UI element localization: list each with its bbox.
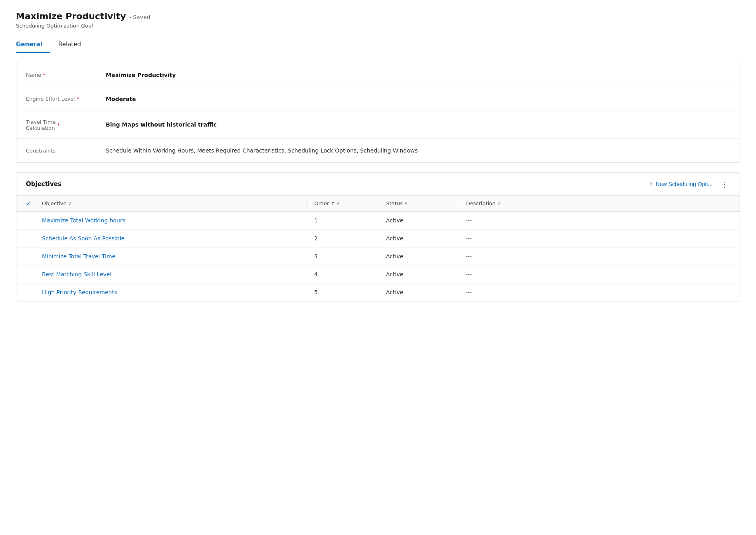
table-row: High Priority Requirements 5 Active ---: [16, 283, 740, 301]
required-star-travel: *: [57, 122, 60, 128]
label-engine-effort: Engine Effort Level *: [26, 96, 106, 102]
field-row-engine-effort: Engine Effort Level * Moderate: [16, 87, 740, 111]
objectives-header: Objectives + New Scheduling Opti... ⋮: [16, 173, 740, 196]
header-checkmark[interactable]: ✓: [26, 200, 31, 207]
header-title-area: Maximize Productivity - Saved: [16, 11, 740, 21]
row-status-4: Active: [378, 289, 458, 295]
label-name: Name *: [26, 72, 106, 78]
required-star-name: *: [43, 72, 46, 78]
form-card: Name * Maximize Productivity Engine Effo…: [16, 63, 740, 163]
row-order-3: 4: [306, 271, 378, 277]
row-order-1: 2: [306, 235, 378, 242]
col-header-order: Order ↑ ∨: [306, 200, 378, 206]
col-label-objective[interactable]: Objective ∨: [42, 200, 306, 206]
col-label-description[interactable]: Description ∨: [466, 200, 730, 206]
objectives-actions: + New Scheduling Opti... ⋮: [646, 178, 730, 190]
objectives-title: Objectives: [26, 180, 646, 188]
row-status-3: Active: [378, 271, 458, 277]
field-row-travel-time: Travel TimeCalculation * Bing Maps witho…: [16, 111, 740, 139]
row-description-0: ---: [458, 217, 730, 224]
plus-icon: +: [649, 180, 653, 188]
chevron-down-icon-status: ∨: [404, 201, 408, 206]
chevron-down-icon-order: ∨: [336, 201, 340, 206]
more-options-button[interactable]: ⋮: [719, 178, 730, 190]
tab-general[interactable]: General: [16, 37, 50, 53]
col-label-order[interactable]: Order ↑ ∨: [315, 200, 378, 206]
field-row-name: Name * Maximize Productivity: [16, 63, 740, 87]
objectives-section: Objectives + New Scheduling Opti... ⋮ ✓ …: [16, 172, 740, 301]
label-travel-time: Travel TimeCalculation *: [26, 118, 106, 131]
row-status-1: Active: [378, 235, 458, 242]
table-row: Minimize Total Travel Time 3 Active ---: [16, 248, 740, 266]
table-row: Maximize Total Working hours 1 Active --…: [16, 212, 740, 230]
table-header-row: ✓ Objective ∨ Order ↑ ∨: [16, 196, 740, 212]
value-name[interactable]: Maximize Productivity: [106, 72, 730, 78]
row-objective-2[interactable]: Minimize Total Travel Time: [42, 253, 306, 260]
row-description-2: ---: [458, 253, 730, 260]
sort-asc-icon-order: ↑: [331, 201, 334, 206]
field-row-constraints: Constraints Schedule Within Working Hour…: [16, 139, 740, 162]
row-status-2: Active: [378, 253, 458, 260]
new-button-label: New Scheduling Opti...: [656, 181, 712, 187]
table-row: Schedule As Soon As Possible 2 Active --…: [16, 230, 740, 248]
new-scheduling-button[interactable]: + New Scheduling Opti...: [646, 179, 716, 189]
table-body: Maximize Total Working hours 1 Active --…: [16, 212, 740, 301]
objectives-table: ✓ Objective ∨ Order ↑ ∨: [16, 196, 740, 301]
chevron-down-icon-description: ∨: [497, 201, 501, 206]
row-order-2: 3: [306, 253, 378, 260]
row-order-4: 5: [306, 289, 378, 295]
chevron-down-icon-objective: ∨: [68, 201, 71, 206]
row-description-1: ---: [458, 235, 730, 242]
tab-bar: General Related: [16, 37, 740, 53]
value-constraints: Schedule Within Working Hours, Meets Req…: [106, 147, 730, 154]
label-constraints: Constraints: [26, 148, 106, 154]
table-row: Best Matching Skill Level 4 Active ---: [16, 266, 740, 283]
row-description-4: ---: [458, 289, 730, 295]
col-header-check: ✓: [26, 200, 42, 207]
row-objective-4[interactable]: High Priority Requirements: [42, 289, 306, 295]
col-header-objective: Objective ∨: [42, 200, 306, 206]
page-title: Maximize Productivity: [16, 11, 126, 21]
required-star-engine: *: [77, 96, 79, 102]
col-header-status: Status ∨: [378, 200, 458, 206]
page-subtitle: Scheduling Optimization Goal: [16, 23, 740, 29]
col-label-status[interactable]: Status ∨: [386, 200, 458, 206]
saved-status: - Saved: [129, 14, 150, 20]
row-objective-0[interactable]: Maximize Total Working hours: [42, 217, 306, 224]
value-travel-time[interactable]: Bing Maps without historical traffic: [106, 121, 730, 128]
row-order-0: 1: [306, 217, 378, 224]
page: Maximize Productivity - Saved Scheduling…: [0, 0, 756, 535]
value-engine-effort[interactable]: Moderate: [106, 96, 730, 102]
row-objective-1[interactable]: Schedule As Soon As Possible: [42, 235, 306, 242]
col-header-description: Description ∨: [458, 200, 730, 206]
row-objective-3[interactable]: Best Matching Skill Level: [42, 271, 306, 277]
tab-related[interactable]: Related: [58, 37, 89, 53]
row-description-3: ---: [458, 271, 730, 277]
row-status-0: Active: [378, 217, 458, 224]
